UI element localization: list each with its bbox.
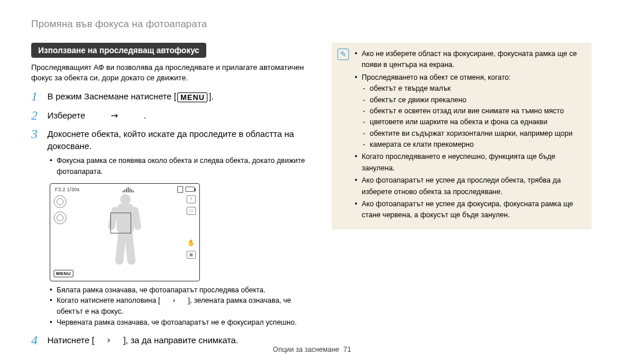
notice-item: Ако фотоапаратът не успее да проследи об… xyxy=(355,175,585,198)
step-1: 1 В режим Заснемане натиснете [MENU]. xyxy=(31,89,309,104)
step-3-bullets: Фокусна рамка се появява около обекта и … xyxy=(50,155,309,177)
step-4-text-a: Натиснете [ xyxy=(47,335,94,345)
step-2-text-b: . xyxy=(143,110,146,120)
notice-box: ✎ Ако не изберете област на фокусиране, … xyxy=(332,43,592,229)
intro-text: Проследяващият АФ ви позволява да просле… xyxy=(31,62,309,83)
notice-subitem: камерата се клати прекомерно xyxy=(362,139,585,150)
notice-item: Проследяването на обект се отменя, когат… xyxy=(355,72,585,151)
step-2: 2 Изберете → . xyxy=(31,108,309,123)
sd-card-icon xyxy=(177,186,183,193)
camera-preview: F3.2 1/30s ⚡ xyxy=(50,183,200,281)
left-column: Използване на проследяващ автофокус Прос… xyxy=(31,43,309,351)
focus-frame xyxy=(110,213,131,233)
step-4-text-b: ], за да направите снимката. xyxy=(123,335,238,345)
post-bullet-2: Когато натиснете наполовина [ › ], зелен… xyxy=(50,295,309,317)
size-icon: ▭ xyxy=(187,207,196,215)
notice-2-lead: Проследяването на обект се отменя, когат… xyxy=(362,73,511,81)
mode-icon xyxy=(54,195,66,208)
step-number: 1 xyxy=(31,89,47,104)
right-column: ✎ Ако не изберете област на фокусиране, … xyxy=(332,43,592,351)
exposure-readout: F3.2 1/30s xyxy=(55,187,80,192)
shutter-glyph: › xyxy=(107,335,110,346)
page-number: 71 xyxy=(343,346,351,354)
post-bullet-1: Бялата рамка означава, че фотоапаратът п… xyxy=(50,285,309,296)
step-1-text-a: В режим Заснемане натиснете [ xyxy=(47,91,176,101)
stabilization-icon: ✋ xyxy=(187,239,196,247)
notice-item: Ако фотоапаратът не успее да фокусира, ф… xyxy=(355,199,585,221)
notice-subitem: цветовете или шарките на обекта и фона с… xyxy=(362,117,585,128)
step-number: 3 xyxy=(31,127,47,142)
notice-subitem: обектите ви съдържат хоризонтални шарки,… xyxy=(362,128,585,139)
flash-icon: ⚡ xyxy=(187,195,196,203)
step-3-text: Докоснете обекта, който искате да просле… xyxy=(47,127,309,152)
step-3: 3 Докоснете обекта, който искате да прос… xyxy=(31,127,309,152)
footer-section: Опции за заснемане xyxy=(273,346,339,354)
arrow-icon: → xyxy=(111,110,118,121)
page-title: Промяна във фокуса на фотоапарата xyxy=(31,18,593,30)
step-2-text-a: Изберете xyxy=(47,110,86,120)
post-bullet-3: Червената рамка означава, че фотоапаратъ… xyxy=(50,317,309,328)
step-1-text-b: ]. xyxy=(209,91,213,101)
shutter-glyph: › xyxy=(173,296,176,304)
step-number: 2 xyxy=(31,108,47,123)
notice-item: Когато проследяването е неуспешно, функц… xyxy=(355,151,585,174)
notice-subitem: обектът е осветен отзад или вие снимате … xyxy=(362,106,585,117)
section-heading: Използване на проследяващ автофокус xyxy=(31,43,206,58)
post-bullet-2a: Когато натиснете наполовина [ xyxy=(57,296,160,304)
note-icon: ✎ xyxy=(337,49,349,60)
drive-icon: ▣ xyxy=(187,251,196,259)
page-footer: Опции за заснемане 71 xyxy=(0,346,624,354)
post-preview-bullets: Бялата рамка означава, че фотоапаратът п… xyxy=(50,285,309,328)
notice-item: Ако не изберете област на фокусиране, фо… xyxy=(355,49,585,71)
menu-button-label: MENU xyxy=(177,92,207,102)
mode-icon xyxy=(54,211,66,224)
step-3-bullet: Фокусна рамка се появява около обекта и … xyxy=(50,155,309,177)
notice-subitem: обектът се движи прекалено xyxy=(362,95,585,106)
exposure-scale-icon xyxy=(122,187,134,192)
preview-menu-label: MENU xyxy=(54,270,73,277)
battery-icon xyxy=(185,187,195,192)
notice-subitem: обектът е твърде малък xyxy=(362,83,585,94)
